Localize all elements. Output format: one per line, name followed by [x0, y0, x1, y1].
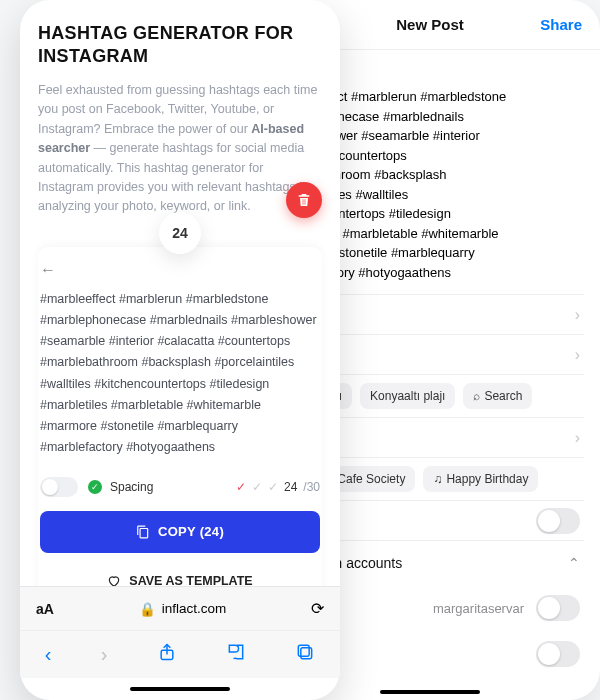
forward-button[interactable]: ›	[101, 643, 108, 666]
share-button[interactable]: Share	[540, 16, 582, 33]
spacing-row: Spacing ✓ ✓ ✓ 24/30	[40, 477, 320, 497]
generated-hashtags[interactable]: #marbleeffect #marblerun #marbledstone #…	[40, 289, 320, 459]
safari-toolbar: ‹ ›	[20, 630, 340, 678]
address-host: inflact.com	[162, 601, 227, 616]
account-toggle[interactable]	[536, 595, 580, 621]
location-chip[interactable]: Konyaaltı plajı	[360, 383, 455, 409]
search-icon: ⌕	[473, 389, 480, 403]
page-title: HASHTAG GENERATOR FOR INSTAGRAM	[38, 22, 322, 67]
back-button[interactable]: ‹	[45, 643, 52, 666]
tabs-icon[interactable]	[295, 642, 315, 667]
save-template-label: SAVE AS TEMPLATE	[129, 574, 252, 586]
hashtag-max: /30	[303, 480, 320, 494]
home-indicator	[20, 678, 340, 700]
location-search-chip[interactable]: ⌕Search	[463, 383, 532, 409]
copy-icon	[136, 525, 150, 539]
chevron-right-icon: ›	[575, 346, 580, 364]
reload-icon[interactable]: ⟳	[311, 599, 324, 618]
music-chip[interactable]: ♫Happy Birthday	[423, 466, 538, 492]
trash-icon	[296, 192, 312, 208]
account-toggle[interactable]	[536, 641, 580, 667]
check-icon: ✓	[252, 480, 262, 494]
copy-button[interactable]: COPY (24)	[40, 511, 320, 553]
heart-icon	[107, 574, 121, 586]
account-name: margaritaservar	[433, 601, 524, 616]
hashtag-count: 24	[284, 480, 297, 494]
hashtag-count-bubble: 24	[159, 212, 201, 254]
bookmarks-icon[interactable]	[226, 642, 246, 667]
share-icon[interactable]	[157, 642, 177, 667]
home-indicator	[380, 690, 480, 694]
toggle[interactable]	[536, 508, 580, 534]
new-post-title: New Post	[396, 16, 464, 33]
spacing-label: Spacing	[110, 480, 153, 494]
copy-label: COPY (24)	[158, 524, 224, 539]
chevron-up-icon: ⌃	[568, 555, 580, 571]
text-size-control[interactable]: aA	[36, 601, 54, 617]
chevron-right-icon: ›	[575, 306, 580, 324]
page-description: Feel exhausted from guessing hashtags ea…	[38, 81, 322, 217]
save-as-template-button[interactable]: SAVE AS TEMPLATE	[40, 563, 320, 586]
phone-hashtag-generator: HASHTAG GENERATOR FOR INSTAGRAM Feel exh…	[20, 0, 340, 700]
svg-rect-5	[299, 645, 310, 656]
music-note-icon: ♫	[433, 472, 442, 486]
results-card: ← #marbleeffect #marblerun #marbledstone…	[38, 247, 322, 586]
back-arrow-icon[interactable]: ←	[40, 261, 320, 279]
check-icon: ✓	[236, 480, 246, 494]
check-icon: ✓	[268, 480, 278, 494]
chevron-right-icon: ›	[575, 429, 580, 447]
lock-icon: 🔒	[139, 601, 156, 617]
check-icon	[88, 480, 102, 494]
delete-button[interactable]	[286, 182, 322, 218]
svg-rect-4	[301, 648, 312, 659]
spacing-toggle[interactable]	[40, 477, 78, 497]
safari-address-bar[interactable]: aA 🔒 inflact.com ⟳	[20, 586, 340, 630]
